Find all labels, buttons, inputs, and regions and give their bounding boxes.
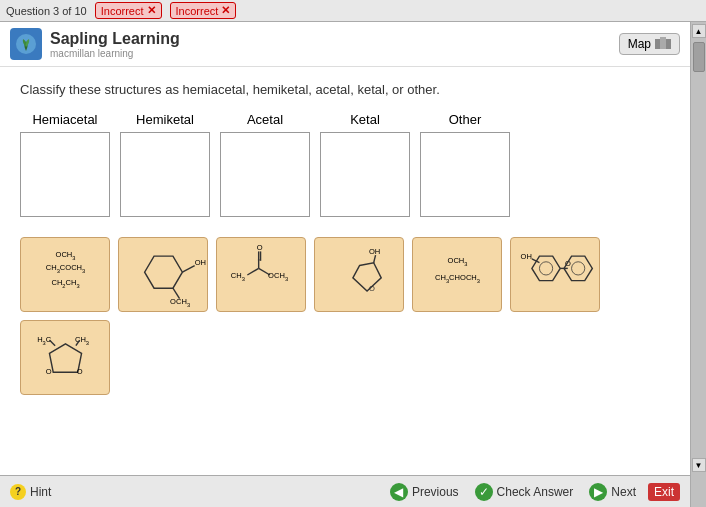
sapling-logo-icon xyxy=(10,28,42,60)
previous-icon: ◀ xyxy=(390,483,408,501)
exit-label: Exit xyxy=(654,485,674,499)
drop-zone-hemiacetal[interactable] xyxy=(20,132,110,217)
svg-text:OH: OH xyxy=(194,257,205,266)
map-button[interactable]: Map xyxy=(619,33,680,55)
scroll-up-arrow[interactable]: ▲ xyxy=(692,24,706,38)
logo-title: Sapling Learning xyxy=(50,30,180,48)
svg-text:O: O xyxy=(45,367,51,376)
svg-rect-3 xyxy=(666,39,671,49)
check-answer-label: Check Answer xyxy=(497,485,574,499)
molecule-svg-3: O CH3 OCH3 xyxy=(219,240,304,310)
svg-marker-28 xyxy=(531,256,559,281)
action-buttons: ◀ Previous ✓ Check Answer ▶ Next Exit xyxy=(386,481,680,503)
question-label: Question 3 of 10 xyxy=(6,5,87,17)
svg-text:OCH3: OCH3 xyxy=(268,270,288,281)
scroll-down-arrow[interactable]: ▼ xyxy=(692,458,706,472)
svg-line-23 xyxy=(373,255,375,263)
molecule-card-7[interactable]: H3C CH3 O O xyxy=(20,320,110,395)
molecule-card-3[interactable]: O CH3 OCH3 xyxy=(216,237,306,312)
logo-text: Sapling Learning macmillan learning xyxy=(50,30,180,59)
molecule-card-6[interactable]: OH O xyxy=(510,237,600,312)
logo-area: Sapling Learning macmillan learning xyxy=(10,28,180,60)
incorrect-badge-1-text: Incorrect xyxy=(101,5,144,17)
svg-rect-1 xyxy=(655,39,660,49)
molecule-card-2[interactable]: OH OCH3 xyxy=(118,237,208,312)
molecule-svg-7: H3C CH3 O O xyxy=(23,323,108,393)
svg-text:OCH3: OCH3 xyxy=(55,250,75,261)
map-icon xyxy=(655,37,671,51)
drop-zone-other[interactable] xyxy=(420,132,510,217)
molecule-card-4[interactable]: OH O xyxy=(314,237,404,312)
map-label: Map xyxy=(628,37,651,51)
hint-area[interactable]: ? Hint xyxy=(10,484,51,500)
svg-text:O: O xyxy=(76,367,82,376)
question-area: Classify these structures as hemiacetal,… xyxy=(0,67,690,475)
previous-button[interactable]: ◀ Previous xyxy=(386,481,463,503)
svg-marker-7 xyxy=(144,256,182,288)
svg-text:OCH3: OCH3 xyxy=(447,255,467,266)
classification-header: Hemiacetal Hemiketal Acetal Ketal Other xyxy=(20,112,670,127)
incorrect-badge-1[interactable]: Incorrect ✕ xyxy=(95,2,162,19)
molecule-card-5[interactable]: OCH3 CH3CHOCH3 xyxy=(412,237,502,312)
svg-rect-2 xyxy=(660,37,666,49)
col-header-acetal: Acetal xyxy=(220,112,310,127)
next-label: Next xyxy=(611,485,636,499)
check-icon: ✓ xyxy=(475,483,493,501)
next-icon: ▶ xyxy=(589,483,607,501)
col-header-other: Other xyxy=(420,112,510,127)
drop-zone-ketal[interactable] xyxy=(320,132,410,217)
header-bar: Sapling Learning macmillan learning Map xyxy=(0,22,690,67)
scrollbar[interactable]: ▲ ▼ xyxy=(690,22,706,507)
svg-line-8 xyxy=(182,265,194,272)
molecule-svg-5: OCH3 CH3CHOCH3 xyxy=(415,240,500,310)
check-answer-button[interactable]: ✓ Check Answer xyxy=(471,481,578,503)
col-header-hemiketal: Hemiketal xyxy=(120,112,210,127)
molecule-svg-2: OH OCH3 xyxy=(121,240,206,310)
hint-icon: ? xyxy=(10,484,26,500)
incorrect-badge-2-text: Incorrect xyxy=(176,5,219,17)
close-icon-1[interactable]: ✕ xyxy=(147,4,156,17)
svg-text:CH3CHOCH3: CH3CHOCH3 xyxy=(435,272,480,283)
logo-subtitle: macmillan learning xyxy=(50,48,180,59)
svg-text:CH3: CH3 xyxy=(230,270,244,281)
bottom-bar: ? Hint ◀ Previous ✓ Check Answer ▶ Next … xyxy=(0,475,690,507)
svg-text:OH: OH xyxy=(520,251,531,260)
close-icon-2[interactable]: ✕ xyxy=(221,4,230,17)
svg-point-29 xyxy=(539,261,552,274)
svg-text:OH: OH xyxy=(368,247,379,256)
drop-zone-acetal[interactable] xyxy=(220,132,310,217)
molecule-card-1[interactable]: OCH3 CH3COCH3 CH2CH3 xyxy=(20,237,110,312)
svg-text:OCH3: OCH3 xyxy=(170,297,190,308)
content-area: Sapling Learning macmillan learning Map … xyxy=(0,22,690,507)
drop-zones xyxy=(20,132,670,217)
previous-label: Previous xyxy=(412,485,459,499)
svg-marker-21 xyxy=(352,262,380,290)
hint-label[interactable]: Hint xyxy=(30,485,51,499)
main-container: Sapling Learning macmillan learning Map … xyxy=(0,22,706,507)
svg-text:CH3COCH3: CH3COCH3 xyxy=(45,263,84,274)
svg-text:O: O xyxy=(256,243,262,252)
exit-button[interactable]: Exit xyxy=(648,483,680,501)
svg-line-16 xyxy=(247,268,258,275)
svg-text:CH2CH3: CH2CH3 xyxy=(51,278,79,289)
svg-point-33 xyxy=(571,261,584,274)
incorrect-badge-2[interactable]: Incorrect ✕ xyxy=(170,2,237,19)
top-bar: Question 3 of 10 Incorrect ✕ Incorrect ✕ xyxy=(0,0,706,22)
drop-zone-hemiketal[interactable] xyxy=(120,132,210,217)
molecules-area: OCH3 CH3COCH3 CH2CH3 OH xyxy=(20,232,670,400)
col-header-ketal: Ketal xyxy=(320,112,410,127)
molecule-svg-6: OH O xyxy=(513,240,598,310)
col-header-hemiacetal: Hemiacetal xyxy=(20,112,110,127)
molecule-svg-4: OH O xyxy=(317,240,402,310)
next-button[interactable]: ▶ Next xyxy=(585,481,640,503)
question-text: Classify these structures as hemiacetal,… xyxy=(20,82,670,97)
svg-text:O: O xyxy=(368,284,374,293)
scroll-thumb[interactable] xyxy=(693,42,705,72)
molecule-svg-1: OCH3 CH3COCH3 CH2CH3 xyxy=(23,240,108,310)
